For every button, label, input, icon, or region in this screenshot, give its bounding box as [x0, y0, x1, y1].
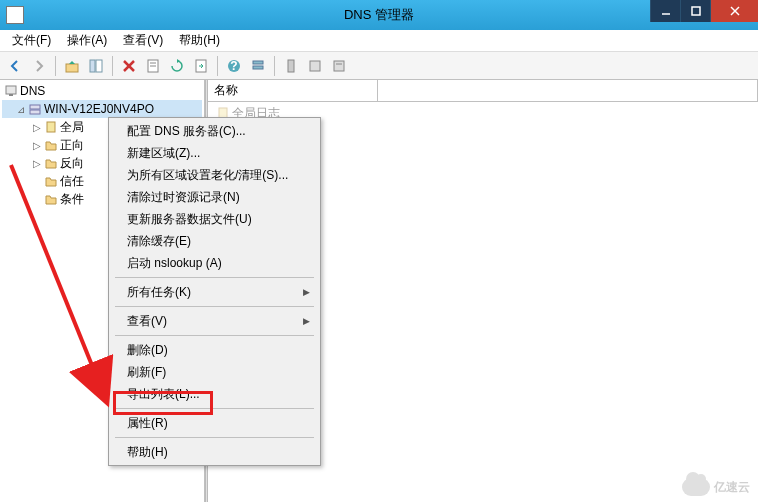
ctx-set-aging[interactable]: 为所有区域设置老化/清理(S)...: [111, 164, 318, 186]
svg-rect-5: [90, 60, 95, 72]
tree-label: DNS: [20, 84, 45, 98]
up-level-button[interactable]: [61, 55, 83, 77]
tree-label: WIN-V12EJ0NV4PO: [44, 102, 154, 116]
app-icon: [6, 6, 24, 24]
folder-icon: [44, 174, 58, 188]
book-icon: [44, 120, 58, 134]
svg-rect-21: [6, 86, 16, 94]
close-button[interactable]: [710, 0, 758, 22]
server-icon: [28, 102, 42, 116]
svg-rect-25: [47, 122, 55, 132]
ctx-export-list[interactable]: 导出列表(L)...: [111, 383, 318, 405]
ctx-view[interactable]: 查看(V): [111, 310, 318, 332]
menu-help[interactable]: 帮助(H): [171, 30, 228, 51]
ctx-separator: [115, 437, 314, 438]
tree-node-dns-root[interactable]: DNS: [2, 82, 202, 100]
expand-icon[interactable]: ▷: [32, 140, 42, 151]
title-bar: DNS 管理器: [0, 0, 758, 30]
ctx-properties[interactable]: 属性(R): [111, 412, 318, 434]
expand-icon[interactable]: ▷: [32, 122, 42, 133]
ctx-update-files[interactable]: 更新服务器数据文件(U): [111, 208, 318, 230]
menu-bar: 文件(F) 操作(A) 查看(V) 帮助(H): [0, 30, 758, 52]
folder-icon: [44, 156, 58, 170]
svg-rect-17: [288, 60, 294, 72]
ctx-all-tasks[interactable]: 所有任务(K): [111, 281, 318, 303]
column-spacer[interactable]: [378, 80, 758, 101]
ctx-delete[interactable]: 删除(D): [111, 339, 318, 361]
svg-rect-24: [30, 110, 40, 114]
svg-rect-23: [30, 105, 40, 109]
ctx-refresh[interactable]: 刷新(F): [111, 361, 318, 383]
help-button[interactable]: ?: [223, 55, 245, 77]
ctx-separator: [115, 408, 314, 409]
delete-button[interactable]: [118, 55, 140, 77]
tool-button-1[interactable]: [280, 55, 302, 77]
maximize-button[interactable]: [680, 0, 710, 22]
svg-rect-15: [253, 61, 263, 64]
svg-rect-4: [66, 64, 78, 72]
expand-icon[interactable]: ▷: [32, 158, 42, 169]
svg-rect-19: [334, 61, 344, 71]
ctx-new-zone[interactable]: 新建区域(Z)...: [111, 142, 318, 164]
cloud-icon: [682, 478, 710, 496]
svg-rect-22: [9, 94, 13, 96]
show-hide-tree-button[interactable]: [85, 55, 107, 77]
menu-view[interactable]: 查看(V): [115, 30, 171, 51]
ctx-launch-nslookup[interactable]: 启动 nslookup (A): [111, 252, 318, 274]
export-button[interactable]: [190, 55, 212, 77]
watermark: 亿速云: [682, 478, 750, 496]
tool-button-3[interactable]: [328, 55, 350, 77]
minimize-button[interactable]: [650, 0, 680, 22]
folder-icon: [44, 138, 58, 152]
column-name[interactable]: 名称: [208, 80, 378, 101]
tree-label: 信任: [60, 173, 84, 190]
svg-rect-1: [692, 7, 700, 15]
filter-button[interactable]: [247, 55, 269, 77]
svg-text:?: ?: [230, 59, 237, 73]
expand-icon[interactable]: ⊿: [16, 104, 26, 115]
svg-rect-16: [253, 66, 263, 69]
dns-root-icon: [4, 84, 18, 98]
folder-icon: [44, 192, 58, 206]
tree-node-server[interactable]: ⊿ WIN-V12EJ0NV4PO: [2, 100, 202, 118]
ctx-help[interactable]: 帮助(H): [111, 441, 318, 463]
ctx-separator: [115, 306, 314, 307]
menu-file[interactable]: 文件(F): [4, 30, 59, 51]
ctx-configure-dns[interactable]: 配置 DNS 服务器(C)...: [111, 120, 318, 142]
tree-label: 条件: [60, 191, 84, 208]
menu-action[interactable]: 操作(A): [59, 30, 115, 51]
window-title: DNS 管理器: [344, 6, 414, 24]
tree-label: 反向: [60, 155, 84, 172]
tree-label: 正向: [60, 137, 84, 154]
properties-button[interactable]: [142, 55, 164, 77]
ctx-clear-stale[interactable]: 清除过时资源记录(N): [111, 186, 318, 208]
refresh-button[interactable]: [166, 55, 188, 77]
watermark-text: 亿速云: [714, 479, 750, 496]
context-menu: 配置 DNS 服务器(C)... 新建区域(Z)... 为所有区域设置老化/清理…: [108, 117, 321, 466]
ctx-separator: [115, 277, 314, 278]
forward-button[interactable]: [28, 55, 50, 77]
ctx-separator: [115, 335, 314, 336]
svg-rect-6: [96, 60, 102, 72]
tree-label: 全局: [60, 119, 84, 136]
tool-button-2[interactable]: [304, 55, 326, 77]
back-button[interactable]: [4, 55, 26, 77]
svg-rect-18: [310, 61, 320, 71]
ctx-clear-cache[interactable]: 清除缓存(E): [111, 230, 318, 252]
list-header: 名称: [208, 80, 758, 102]
toolbar: ?: [0, 52, 758, 80]
